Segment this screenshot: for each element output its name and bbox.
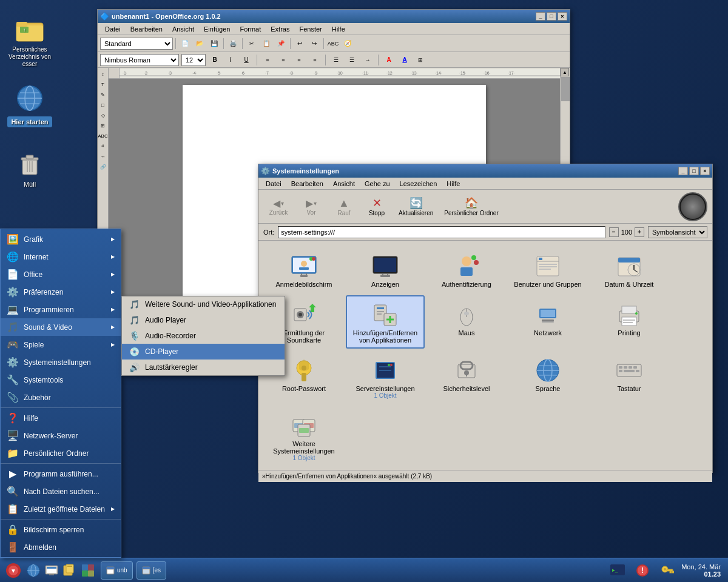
sys-item-sprache[interactable]: Sprache <box>508 351 587 404</box>
start-item-systemtools[interactable]: 🔧 Systemtools <box>1 371 121 389</box>
sys-menu-ansicht[interactable]: Ansicht <box>328 179 360 189</box>
oo-paste-btn[interactable]: 📌 <box>274 37 288 50</box>
oo-menu-format[interactable]: Format <box>235 24 266 34</box>
oo-tool-4[interactable]: □ <box>98 100 108 110</box>
start-item-programm-ausfuehren[interactable]: ▶ Programm ausführen... <box>1 465 121 483</box>
sys-refresh-btn[interactable]: 🔄 Aktualisieren <box>394 193 437 219</box>
sys-item-anmeldebildschirm[interactable]: Anmeldebildschirm <box>265 247 343 293</box>
taskbar-window-oo[interactable]: unb <box>101 561 133 580</box>
start-item-spiele[interactable]: 🎮 Spiele ▶ <box>1 336 121 353</box>
oo-menu-hilfe[interactable]: Hilfe <box>327 24 350 34</box>
oo-bold-btn[interactable]: B <box>208 53 221 67</box>
sys-item-weitere[interactable]: Weitere Systemeinstellungen 1 Objekt <box>265 406 343 466</box>
sys-item-benutzer[interactable]: Benutzer und Gruppen <box>508 247 587 293</box>
oo-tool-3[interactable]: ✎ <box>98 90 108 99</box>
oo-tool-1[interactable]: ↕ <box>98 69 108 79</box>
oo-justify-btn[interactable]: ≡ <box>308 53 322 67</box>
oo-copy-btn[interactable]: 📋 <box>260 37 273 50</box>
sys-titlebar[interactable]: ⚙️ Systemeinstellungen _ □ × <box>258 164 712 178</box>
oo-open-btn[interactable]: 📂 <box>193 37 206 50</box>
oo-print-btn[interactable]: 🖨️ <box>226 37 240 50</box>
start-item-abmelden[interactable]: 🚪 Abmelden <box>1 538 121 556</box>
start-item-internet[interactable]: 🌐 Internet ▶ <box>1 248 121 266</box>
oo-align-left-btn[interactable]: ≡ <box>261 53 274 67</box>
oo-tool-2[interactable]: T <box>98 79 108 89</box>
start-item-nach-dateien[interactable]: 🔍 Nach Dateien suchen... <box>1 483 121 500</box>
sys-location-input[interactable] <box>278 226 605 238</box>
oo-close-btn[interactable]: × <box>558 12 567 21</box>
start-item-persoenlicher-ordner[interactable]: 📁 Persönlicher Ordner <box>1 444 121 462</box>
oo-tool-8[interactable]: ⌗ <box>98 141 108 151</box>
oo-list-btn[interactable]: ☰ <box>329 53 343 67</box>
sub-item-audio-recorder[interactable]: 🎙️ Audio-Recorder <box>122 328 285 344</box>
oo-tool-10[interactable]: 🔗 <box>98 162 108 172</box>
sub-item-cd-player[interactable]: 💿 CD-Player <box>122 344 285 360</box>
sys-menu-hilfe[interactable]: Hilfe <box>442 179 465 189</box>
start-item-bildschirm-sperren[interactable]: 🔒 Bildschirm sperren <box>1 521 121 538</box>
oo-indent-btn[interactable]: → <box>361 53 374 67</box>
start-item-praeferenzen[interactable]: ⚙️ Präferenzen ▶ <box>1 283 121 301</box>
oo-table-btn[interactable]: ⊞ <box>414 53 427 67</box>
sys-item-hinzufuegen[interactable]: Hinzufügen/Entfernen von Applikationen <box>346 295 425 349</box>
desktop-icon-folder[interactable]: ↑ PersönlichesVerzeichnis vonesser <box>2 12 57 70</box>
oo-tool-5[interactable]: ◇ <box>98 110 108 120</box>
oo-undo-btn[interactable]: ↩ <box>293 37 306 50</box>
taskbar-alert-icon[interactable]: ! <box>633 561 652 580</box>
oo-highlight-btn[interactable]: A <box>398 53 411 67</box>
sys-menu-gehe-zu[interactable]: Gehe zu <box>360 179 395 189</box>
oo-cut-btn[interactable]: ✂ <box>245 37 258 50</box>
oo-nav-btn[interactable]: 🧭 <box>341 37 354 50</box>
sys-item-netzwerk[interactable]: Netzwerk <box>508 295 587 349</box>
oo-menu-ansicht[interactable]: Ansicht <box>167 24 199 34</box>
start-item-zuletzt-geoeffnet[interactable]: 📋 Zuletzt geöffnete Dateien ▶ <box>1 500 121 518</box>
sys-menu-lesezeichen[interactable]: Lesezeichen <box>395 179 442 189</box>
oo-tool-6[interactable]: ⊞ <box>98 121 108 130</box>
oo-menu-extras[interactable]: Extras <box>266 24 294 34</box>
oo-italic-btn[interactable]: I <box>224 53 237 67</box>
start-item-netzwerk-server[interactable]: 🖥️ Netzwerk-Server <box>1 427 121 444</box>
oo-spellcheck-btn[interactable]: ABC <box>326 37 340 50</box>
oo-align-center-btn[interactable]: ≡ <box>277 53 290 67</box>
oo-menu-datei[interactable]: Datei <box>100 24 126 34</box>
sys-menu-bearbeiten[interactable]: Bearbeiten <box>286 179 328 189</box>
oo-font-color-btn[interactable]: A <box>382 53 396 67</box>
sub-item-lautstaerkeregler[interactable]: 🔊 Lautstärkeregler <box>122 360 285 375</box>
oo-new-btn[interactable]: 📄 <box>178 37 192 50</box>
oo-menu-bearbeiten[interactable]: Bearbeiten <box>126 24 167 34</box>
sub-item-audio-player[interactable]: 🎵 Audio Player <box>122 312 285 328</box>
taskbar-icon-3[interactable] <box>61 561 79 580</box>
sys-up-btn[interactable]: ▲ Rauf <box>329 194 359 219</box>
desktop-icon-trash[interactable]: Müll <box>2 147 57 191</box>
start-item-systemeinstellungen[interactable]: ⚙️ Systemeinstellungen <box>1 353 121 371</box>
sys-item-sicherheit[interactable]: Sicherheitslevel <box>427 351 506 404</box>
start-item-sound-video[interactable]: 🎵 Sound & Video ▶ <box>1 318 121 336</box>
sys-item-tastatur[interactable]: Tastatur <box>590 351 669 404</box>
sys-item-anzeigen[interactable]: Anzeigen <box>346 247 425 293</box>
sys-zoom-out-btn[interactable]: − <box>609 227 619 237</box>
sys-item-datum[interactable]: Datum & Uhrzeit <box>590 247 669 293</box>
taskbar-icon-4[interactable] <box>79 561 97 580</box>
taskbar-icon-2[interactable] <box>42 561 61 580</box>
oo-num-list-btn[interactable]: ☰ <box>345 53 359 67</box>
oo-maximize-btn[interactable]: □ <box>547 12 556 21</box>
taskbar-key-icon[interactable] <box>657 561 676 580</box>
start-item-office[interactable]: 📄 Office ▶ <box>1 266 121 283</box>
sys-view-select[interactable]: Symbolansicht <box>648 226 707 238</box>
sys-stop-btn[interactable]: ✕ Stopp <box>362 193 392 219</box>
sys-maximize-btn[interactable]: □ <box>689 167 699 175</box>
oo-menu-einfuegen[interactable]: Einfügen <box>199 24 235 34</box>
taskbar-terminal-icon[interactable]: ▶_ <box>607 560 628 581</box>
desktop-icon-hier-starten[interactable]: Hier starten <box>2 81 57 130</box>
sys-item-printing[interactable]: Printing <box>590 295 669 349</box>
sys-zoom-in-btn[interactable]: + <box>635 227 644 237</box>
sys-item-maus[interactable]: Maus <box>427 295 506 349</box>
sub-item-weitere-sound[interactable]: 🎵 Weitere Sound- und Video-Applikationen <box>122 296 285 312</box>
taskbar-window-sys[interactable]: [es <box>136 561 166 580</box>
sys-minimize-btn[interactable]: _ <box>678 167 688 175</box>
oo-align-right-btn[interactable]: ≡ <box>292 53 306 67</box>
oo-tool-9[interactable]: ↔ <box>98 152 108 161</box>
sys-forward-btn[interactable]: ▶ ▾ Vor <box>296 195 326 219</box>
sys-menu-datei[interactable]: Datei <box>261 179 286 189</box>
taskbar-start-btn[interactable]: ▼ <box>2 560 24 581</box>
oo-minimize-btn[interactable]: _ <box>536 12 545 21</box>
